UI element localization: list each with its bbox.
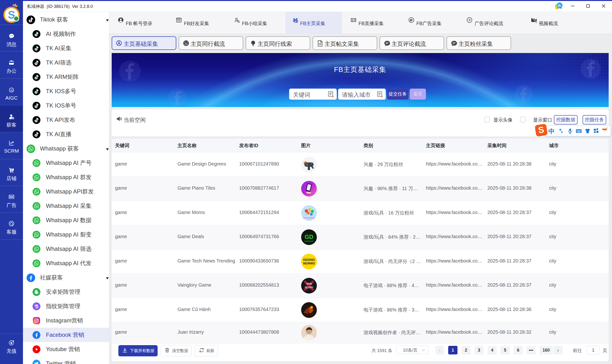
svg-text:GLORY: GLORY xyxy=(305,286,313,289)
svg-text:GD: GD xyxy=(305,234,313,240)
svg-text:GameMoms: GameMoms xyxy=(303,217,315,219)
svg-text:GEDING: GEDING xyxy=(303,258,315,261)
svg-text:GameDeals: GameDeals xyxy=(304,240,314,242)
svg-text:VAIN: VAIN xyxy=(306,283,312,285)
svg-text:AI: AI xyxy=(10,89,13,91)
svg-text:ADS: ADS xyxy=(10,196,13,198)
svg-text:Ai: Ai xyxy=(558,4,561,7)
svg-text:NEWWS: NEWWS xyxy=(303,262,315,265)
